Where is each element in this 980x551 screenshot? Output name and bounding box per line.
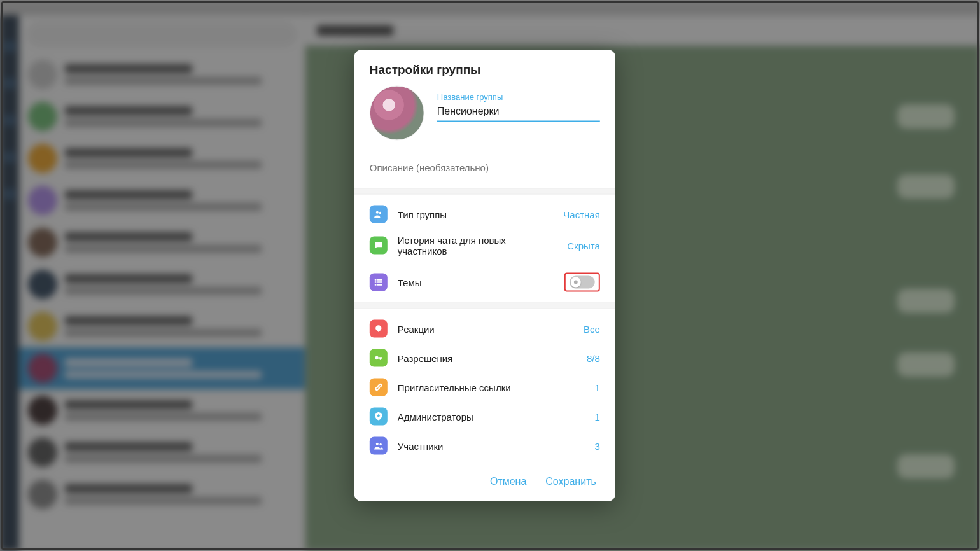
group-name-label: Название группы	[437, 92, 600, 102]
reactions-value: Все	[584, 323, 600, 334]
members-value: 3	[594, 440, 599, 451]
permissions-row[interactable]: Разрешения8/8	[354, 344, 615, 373]
group-description-input[interactable]	[370, 162, 600, 173]
admins-label: Администраторы	[398, 411, 585, 422]
admins-row[interactable]: Администраторы1	[354, 402, 615, 431]
save-button[interactable]: Сохранить	[545, 476, 596, 487]
reactions-row[interactable]: РеакцииВсе	[354, 314, 615, 344]
chat-history-label: История чата для новых участников	[398, 235, 557, 256]
svg-rect-4	[375, 281, 377, 283]
group-settings-modal: Настройки группы Название группы Тип гру…	[354, 50, 615, 501]
group-type-row[interactable]: Тип группыЧастная	[354, 200, 615, 229]
topics-icon	[370, 274, 388, 291]
group-photo[interactable]	[370, 86, 424, 141]
invite-links-icon	[370, 379, 388, 396]
svg-point-1	[379, 212, 381, 214]
invite-links-row[interactable]: Пригласительные ссылки1	[354, 373, 615, 402]
chat-history-icon	[370, 237, 388, 255]
invite-links-value: 1	[594, 382, 599, 393]
lock-icon	[571, 277, 581, 288]
svg-point-8	[375, 356, 378, 359]
members-icon	[370, 437, 388, 455]
invite-links-label: Пригласительные ссылки	[398, 382, 585, 393]
svg-rect-6	[375, 284, 377, 286]
group-name-input[interactable]	[437, 104, 600, 122]
chat-history-row[interactable]: История чата для новых участниковСкрыта	[354, 229, 615, 262]
permissions-icon	[370, 349, 388, 367]
svg-rect-5	[377, 281, 382, 283]
permissions-label: Разрешения	[398, 352, 577, 363]
topics-row[interactable]: Темы	[354, 267, 615, 298]
admins-icon	[370, 408, 388, 426]
svg-point-10	[379, 443, 381, 445]
members-label: Участники	[398, 440, 585, 451]
group-type-label: Тип группы	[398, 209, 554, 220]
group-type-icon	[370, 206, 388, 223]
svg-rect-3	[377, 279, 382, 281]
admins-value: 1	[594, 411, 599, 422]
svg-point-9	[376, 443, 379, 445]
topics-toggle[interactable]	[570, 276, 595, 289]
permissions-value: 8/8	[587, 352, 600, 363]
reactions-icon	[370, 320, 388, 338]
cancel-button[interactable]: Отмена	[490, 476, 526, 487]
svg-rect-2	[375, 279, 377, 281]
reactions-label: Реакции	[398, 323, 573, 334]
members-row[interactable]: Участники3	[354, 431, 615, 461]
chat-history-value: Скрыта	[567, 240, 600, 251]
group-type-value: Частная	[563, 209, 599, 220]
topics-toggle-highlight	[564, 273, 600, 292]
svg-rect-7	[377, 284, 382, 286]
svg-point-0	[376, 211, 379, 214]
topics-label: Темы	[398, 277, 554, 288]
modal-title: Настройки группы	[354, 50, 615, 86]
